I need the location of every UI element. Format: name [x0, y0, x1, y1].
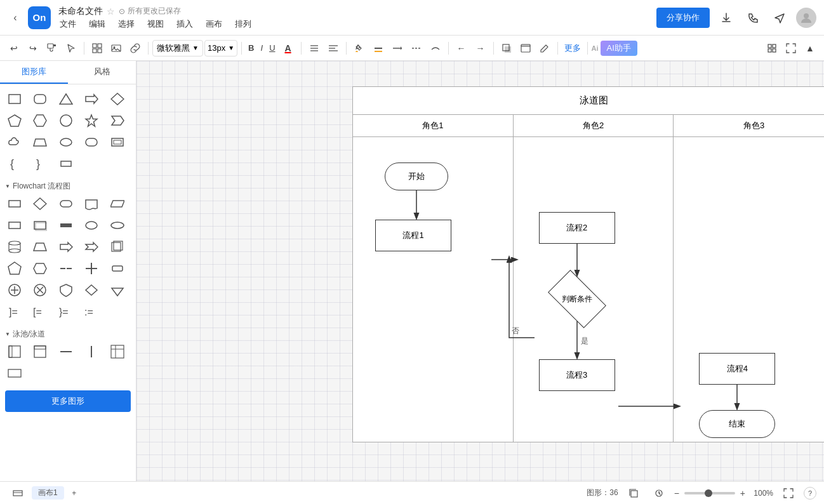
font-name-selector[interactable]: 微软雅黑 ▼: [152, 40, 203, 56]
share-button[interactable]: 分享协作: [656, 8, 710, 28]
shape-cloud[interactable]: [5, 133, 24, 152]
canvas-area[interactable]: 泳道图 角色1 角色2 角色3 开始: [136, 61, 824, 481]
star-icon[interactable]: ☆: [107, 6, 115, 17]
fc-cylinder[interactable]: [5, 237, 24, 256]
process2-shape[interactable]: 流程2: [539, 212, 615, 244]
menu-select[interactable]: 选择: [117, 18, 136, 30]
fc-arrow2[interactable]: [82, 237, 101, 256]
menu-insert[interactable]: 插入: [175, 18, 194, 30]
format-paint-button[interactable]: [43, 39, 61, 57]
shape-oval[interactable]: [56, 133, 76, 152]
menu-edit[interactable]: 编辑: [88, 18, 107, 30]
more-button[interactable]: 更多: [562, 43, 583, 54]
fc-dash[interactable]: [56, 259, 76, 278]
canvas-tab-1[interactable]: 画布1: [32, 486, 64, 500]
shape-rectangle[interactable]: [5, 90, 24, 109]
shape-stadium[interactable]: [82, 133, 101, 152]
fc-double-rect[interactable]: [30, 216, 50, 235]
fc-rounded2[interactable]: [108, 216, 127, 235]
fc-doc[interactable]: [82, 194, 101, 213]
fc-oval[interactable]: [82, 216, 101, 235]
fc-rounded[interactable]: [56, 194, 76, 213]
arrow-right-button[interactable]: →: [472, 39, 489, 57]
shadow-button[interactable]: [498, 39, 515, 57]
shape-rect2[interactable]: [56, 154, 76, 173]
flowchart-section-header[interactable]: Flowchart 流程图: [5, 178, 131, 194]
swim-grid[interactable]: [108, 342, 127, 361]
start-shape[interactable]: 开始: [385, 162, 448, 190]
fullscreen-button[interactable]: [778, 483, 799, 503]
line-style-button[interactable]: [389, 39, 406, 57]
swimlane-section-header[interactable]: 泳池/泳道: [5, 326, 131, 342]
shape-pentagon[interactable]: [5, 111, 24, 130]
font-color-button[interactable]: A: [279, 39, 297, 57]
fc-pentagon[interactable]: [5, 259, 24, 278]
link-button[interactable]: [126, 39, 144, 57]
grid-button[interactable]: [88, 39, 106, 57]
menu-file[interactable]: 文件: [58, 18, 77, 30]
expand-button[interactable]: [782, 39, 800, 57]
underline-button[interactable]: U: [267, 40, 277, 56]
fc-bracket1[interactable]: ]=: [5, 302, 24, 321]
process1-shape[interactable]: 流程1: [375, 220, 451, 251]
fc-multi-doc[interactable]: [108, 237, 127, 256]
fill-color-button[interactable]: [350, 39, 368, 57]
arrow-left-button[interactable]: ←: [453, 39, 470, 57]
shape-brace2[interactable]: }: [30, 154, 50, 173]
shape-rect-outline[interactable]: [108, 133, 127, 152]
swim-vertical[interactable]: [30, 342, 50, 361]
diagram-title[interactable]: 泳道图: [353, 87, 824, 115]
shape-hexagon[interactable]: [30, 111, 50, 130]
fc-diamond[interactable]: [30, 194, 50, 213]
phone-button[interactable]: [743, 8, 763, 28]
file-title[interactable]: 未命名文件: [58, 6, 103, 17]
shape-triangle[interactable]: [56, 90, 76, 109]
tab-style[interactable]: 风格: [68, 61, 136, 84]
avatar[interactable]: [796, 8, 816, 28]
pointer-button[interactable]: [62, 39, 80, 57]
redo-button[interactable]: ↪: [24, 39, 42, 57]
waypoint-button[interactable]: [427, 39, 444, 57]
menu-view[interactable]: 视图: [146, 18, 165, 30]
fc-shield[interactable]: [56, 281, 76, 300]
layer-icon[interactable]: [8, 483, 28, 503]
download-button[interactable]: [716, 8, 736, 28]
fc-diamond2[interactable]: [82, 281, 101, 300]
process3-shape[interactable]: 流程3: [539, 359, 615, 391]
collapse-toolbar-button[interactable]: ▲: [801, 39, 819, 57]
undo-button[interactable]: ↩: [5, 39, 23, 57]
fc-para[interactable]: [108, 194, 127, 213]
shape-brace[interactable]: {: [5, 154, 24, 173]
swim-line-v[interactable]: [82, 342, 101, 361]
ai-button[interactable]: AI助手: [601, 41, 637, 56]
shape-chevron[interactable]: [108, 111, 127, 130]
fc-cross[interactable]: [82, 259, 101, 278]
help-button[interactable]: ?: [804, 487, 816, 500]
zoom-in-button[interactable]: +: [740, 488, 745, 498]
shape-rounded-rect[interactable]: [30, 90, 50, 109]
fc-down-arrow[interactable]: [108, 281, 127, 300]
back-button[interactable]: ‹: [8, 10, 23, 25]
end-shape[interactable]: 结束: [699, 410, 775, 438]
fc-bar[interactable]: [56, 216, 76, 235]
fc-hexagon[interactable]: [30, 259, 50, 278]
container-button[interactable]: [517, 39, 535, 57]
swim-horizontal[interactable]: [5, 342, 24, 361]
zoom-slider[interactable]: [684, 492, 735, 494]
swim-wide[interactable]: [5, 364, 24, 383]
edit-button[interactable]: [536, 39, 554, 57]
line-color-button[interactable]: [369, 39, 387, 57]
bold-button[interactable]: B: [246, 40, 256, 56]
menu-canvas[interactable]: 画布: [204, 18, 223, 30]
image-button[interactable]: [107, 39, 125, 57]
swim-line-h[interactable]: [56, 342, 76, 361]
shape-trapezoid[interactable]: [30, 133, 50, 152]
list-button[interactable]: [305, 39, 323, 57]
fc-arrow-shape[interactable]: [56, 237, 76, 256]
shape-diamond[interactable]: [108, 90, 127, 109]
fc-plus-circle[interactable]: [5, 281, 24, 300]
more-shapes-button[interactable]: 更多图形: [5, 390, 131, 412]
send-button[interactable]: [769, 8, 790, 28]
shape-circle[interactable]: [56, 111, 76, 130]
fc-bracket3[interactable]: }=: [56, 302, 76, 321]
